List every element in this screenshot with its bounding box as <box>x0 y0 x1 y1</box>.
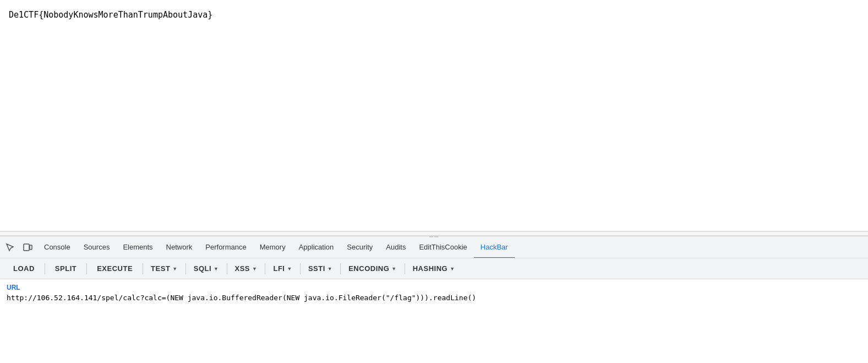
hackbar-toolbar: LOAD SPLIT EXECUTE TEST ▼ SQLI ▼ XSS ▼ L… <box>0 258 868 279</box>
separator-6 <box>265 263 265 274</box>
svg-rect-1 <box>30 245 32 250</box>
tab-performance[interactable]: Performance <box>199 237 253 258</box>
hashing-dropdown[interactable]: HASHING ▼ <box>408 262 460 275</box>
split-button[interactable]: SPLIT <box>48 262 83 275</box>
tab-elements[interactable]: Elements <box>116 237 159 258</box>
tab-sources[interactable]: Sources <box>77 237 117 258</box>
execute-button[interactable]: EXECUTE <box>90 262 139 275</box>
ssti-label: SSTI <box>308 264 325 273</box>
tab-console[interactable]: Console <box>37 237 77 258</box>
separator-1 <box>45 263 45 274</box>
xss-label: XSS <box>235 264 250 273</box>
tabs-bar: Console Sources Elements Network Perform… <box>0 236 868 258</box>
xss-arrow: ▼ <box>252 266 257 272</box>
separator-8 <box>340 263 341 274</box>
lfi-label: LFI <box>273 264 285 273</box>
resize-handle[interactable]: ⎯⎯ <box>0 231 868 236</box>
hashing-arrow: ▼ <box>450 266 455 272</box>
lfi-arrow: ▼ <box>287 266 292 272</box>
test-label: TEST <box>151 264 170 273</box>
tab-memory[interactable]: Memory <box>253 237 292 258</box>
url-value[interactable]: http://106.52.164.141/spel/calc?calc=(NE… <box>7 294 476 302</box>
ctf-flag-text: De1CTF{NobodyKnowsMoreThanTrumpAboutJava… <box>9 10 212 20</box>
encoding-dropdown[interactable]: ENCODING ▼ <box>344 262 401 275</box>
xss-dropdown[interactable]: XSS ▼ <box>231 262 262 275</box>
tab-hackbar[interactable]: HackBar <box>474 237 515 258</box>
hashing-label: HASHING <box>413 264 447 273</box>
separator-5 <box>227 263 227 274</box>
separator-9 <box>405 263 405 274</box>
device-icon[interactable] <box>20 240 35 255</box>
sqli-label: SQLI <box>194 264 211 273</box>
inspect-icon[interactable] <box>2 240 18 255</box>
tab-security[interactable]: Security <box>340 237 379 258</box>
tab-application[interactable]: Application <box>292 237 341 258</box>
separator-2 <box>86 263 87 274</box>
encoding-arrow: ▼ <box>391 266 396 272</box>
separator-3 <box>143 263 143 274</box>
test-dropdown[interactable]: TEST ▼ <box>146 262 182 275</box>
separator-4 <box>185 263 186 274</box>
tab-audits[interactable]: Audits <box>379 237 412 258</box>
ssti-dropdown[interactable]: SSTI ▼ <box>304 262 337 275</box>
url-bar: URL http://106.52.164.141/spel/calc?calc… <box>0 279 868 307</box>
encoding-label: ENCODING <box>348 264 389 273</box>
ssti-arrow: ▼ <box>327 266 332 272</box>
url-label: URL <box>7 284 861 291</box>
devtools-panel: Console Sources Elements Network Perform… <box>0 236 868 307</box>
separator-7 <box>300 263 301 274</box>
browser-content: De1CTF{NobodyKnowsMoreThanTrumpAboutJava… <box>0 0 868 231</box>
sqli-arrow: ▼ <box>214 266 219 272</box>
load-button[interactable]: LOAD <box>7 262 41 275</box>
tab-network[interactable]: Network <box>160 237 199 258</box>
svg-rect-0 <box>24 244 29 251</box>
sqli-dropdown[interactable]: SQLI ▼ <box>189 262 223 275</box>
tab-editthiscookie[interactable]: EditThisCookie <box>412 237 473 258</box>
test-arrow: ▼ <box>172 266 177 272</box>
lfi-dropdown[interactable]: LFI ▼ <box>269 262 296 275</box>
